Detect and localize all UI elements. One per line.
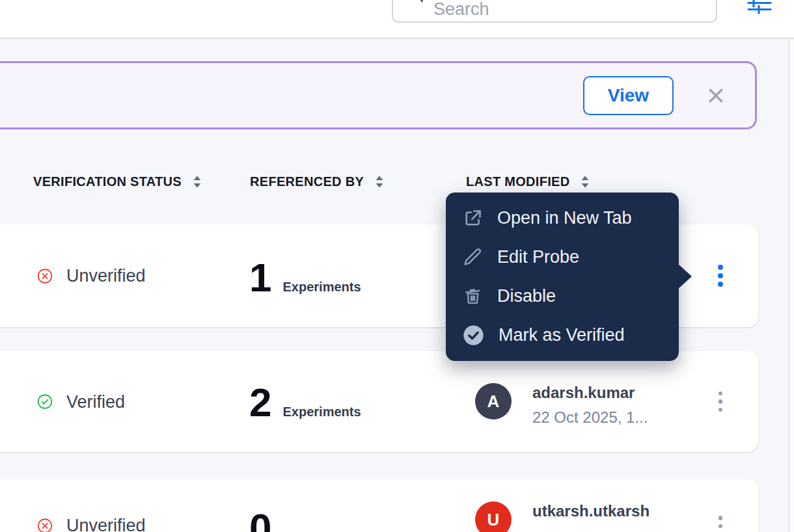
experiment-unit-label: Experiments xyxy=(282,405,361,419)
x-circle-icon xyxy=(36,517,53,532)
table-row[interactable]: Verified 2 Experiments A adarsh.kumar 22… xyxy=(0,351,758,452)
check-circle-icon xyxy=(463,325,484,346)
view-button[interactable]: View xyxy=(583,76,674,115)
x-circle-icon xyxy=(36,267,53,284)
verification-status-cell: Unverified xyxy=(36,516,146,532)
experiment-count: 1 xyxy=(249,259,271,296)
kebab-dot xyxy=(719,408,723,412)
topbar xyxy=(0,0,794,39)
menu-item-mark-as-verified[interactable]: Mark as Verified xyxy=(446,316,679,355)
menu-item-label: Edit Probe xyxy=(497,247,579,267)
right-gutter xyxy=(789,40,794,532)
experiment-count: 2 xyxy=(249,384,271,421)
modified-info: utkarsh.utkarsh xyxy=(532,501,650,532)
table-row[interactable]: Unverified 0 Experiments U utkarsh.utkar… xyxy=(0,479,758,532)
column-header-verification-status[interactable]: VERIFICATION STATUS xyxy=(33,174,202,189)
column-label: LAST MODIFIED xyxy=(466,174,569,189)
last-modified-cell: U utkarsh.utkarsh xyxy=(475,501,650,532)
search-box xyxy=(392,0,717,23)
kebab-dot xyxy=(718,273,723,278)
status-label: Unverified xyxy=(66,266,146,286)
column-header-referenced-by[interactable]: REFERENCED BY xyxy=(250,174,385,189)
modified-date: 22 Oct 2025, 1... xyxy=(532,408,648,427)
row-actions-kebab-button[interactable] xyxy=(706,511,735,532)
status-label: Unverified xyxy=(66,516,146,532)
status-label: Verified xyxy=(66,392,125,412)
modified-by-user: adarsh.kumar xyxy=(532,384,648,403)
modified-by-user: utkarsh.utkarsh xyxy=(532,502,650,521)
menu-item-label: Mark as Verified xyxy=(499,325,625,345)
referenced-by-cell: 0 Experiments xyxy=(249,509,361,532)
column-label: VERIFICATION STATUS xyxy=(33,174,182,189)
kebab-dot xyxy=(718,265,723,270)
external-link-icon xyxy=(463,208,483,228)
row-actions-kebab-button[interactable] xyxy=(706,386,735,418)
sort-icon[interactable] xyxy=(192,175,202,189)
referenced-by-cell: 1 Experiments xyxy=(249,259,361,296)
row-actions-kebab-button[interactable] xyxy=(706,260,735,291)
sort-icon[interactable] xyxy=(374,175,385,189)
kebab-dot xyxy=(719,399,723,404)
experiment-count: 0 xyxy=(249,509,271,532)
menu-item-label: Disable xyxy=(497,286,556,306)
trash-icon xyxy=(463,286,483,306)
kebab-dot xyxy=(719,524,723,529)
experiment-unit-label: Experiments xyxy=(282,280,361,295)
notification-banner: View xyxy=(0,61,757,129)
table-header-row: VERIFICATION STATUS REFERENCED BY LAST M… xyxy=(0,174,794,196)
avatar: A xyxy=(475,383,512,419)
sort-icon[interactable] xyxy=(580,175,590,189)
search-input[interactable] xyxy=(392,0,717,23)
row-actions-context-menu: Open in New Tab Edit Probe Disable xyxy=(446,193,679,361)
menu-item-open-in-new-tab[interactable]: Open in New Tab xyxy=(446,199,679,238)
avatar: U xyxy=(475,501,512,532)
menu-item-edit-probe[interactable]: Edit Probe xyxy=(446,238,679,277)
menu-item-disable[interactable]: Disable xyxy=(446,277,679,316)
kebab-dot xyxy=(719,392,723,396)
kebab-dot xyxy=(719,516,723,520)
last-modified-cell: A adarsh.kumar 22 Oct 2025, 1... xyxy=(475,383,648,427)
kebab-dot xyxy=(718,282,723,287)
pencil-icon xyxy=(463,247,483,267)
close-icon[interactable] xyxy=(706,86,726,105)
column-label: REFERENCED BY xyxy=(250,174,364,189)
verification-status-cell: Unverified xyxy=(36,266,146,286)
referenced-by-cell: 2 Experiments xyxy=(249,384,361,421)
check-circle-icon xyxy=(36,393,53,410)
modified-info: adarsh.kumar 22 Oct 2025, 1... xyxy=(532,383,648,427)
filter-sliders-icon[interactable] xyxy=(747,0,772,18)
column-header-last-modified[interactable]: LAST MODIFIED xyxy=(466,174,590,189)
menu-item-label: Open in New Tab xyxy=(497,208,632,228)
verification-status-cell: Verified xyxy=(36,392,125,412)
menu-pointer-arrow xyxy=(678,263,692,289)
